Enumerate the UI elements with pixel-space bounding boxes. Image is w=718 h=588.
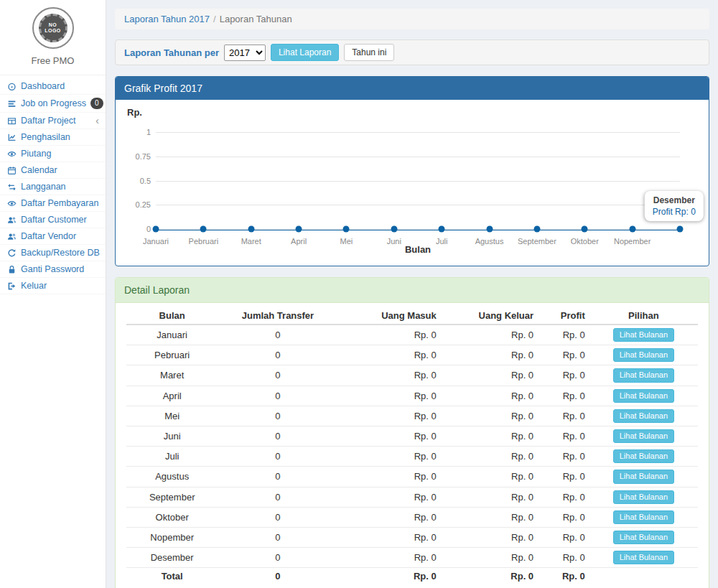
sidebar-item-daftar-vendor[interactable]: Daftar Vendor [0,228,106,244]
cell-uang-keluar: Rp. 0 [441,487,538,507]
cell-jumlah-transfer: 0 [218,467,337,487]
total-keluar: Rp. 0 [441,568,538,585]
cell-profit: Rp. 0 [538,406,589,426]
x-axis-title: Bulan [156,244,680,255]
sidebar-item-backup-restore-db[interactable]: Backup/Restore DB [0,245,106,261]
cell-profit: Rp. 0 [538,325,589,345]
gridline [156,157,680,157]
table-row: Juni0Rp. 0Rp. 0Rp. 0Lihat Bulanan [126,426,698,446]
cell-uang-masuk: Rp. 0 [338,406,441,426]
cell-pilihan: Lihat Bulanan [589,487,698,507]
lihat-bulanan-button[interactable]: Lihat Bulanan [613,470,674,483]
cell-bulan: Juni [126,426,218,446]
sidebar-item-label: Daftar Customer [21,215,87,225]
sidebar-item-daftar-project[interactable]: Daftar Project‹ [0,113,106,129]
data-point-maret[interactable] [248,226,254,233]
cell-profit: Rp. 0 [538,548,589,568]
sidebar-item-daftar-pembayaran[interactable]: Daftar Pembayaran [0,195,106,211]
data-point-mei[interactable] [343,226,350,233]
cell-jumlah-transfer: 0 [218,426,337,446]
lihat-bulanan-button[interactable]: Lihat Bulanan [613,510,674,524]
data-point-juni[interactable] [391,226,397,233]
sidebar-item-label: Penghasilan [21,132,70,142]
cell-bulan: Maret [126,365,218,386]
cell-bulan: Desember [126,548,218,568]
data-point-pebruari[interactable] [200,226,207,233]
lihat-bulanan-button[interactable]: Lihat Bulanan [613,429,674,443]
lihat-bulanan-button[interactable]: Lihat Bulanan [613,409,674,423]
cell-bulan: Mei [126,406,218,426]
sidebar-item-label: Ganti Password [21,264,84,274]
sidebar-item-keluar[interactable]: Keluar [0,278,106,294]
cell-jumlah-transfer: 0 [218,447,337,467]
cell-uang-keluar: Rp. 0 [441,386,538,406]
sidebar-item-label: Daftar Pembayaran [21,198,98,208]
eye-icon [6,199,17,208]
sidebar-item-job-on-progress[interactable]: Job on Progress0 [0,95,106,112]
main-content: Laporan Tahun 2017/Laporan Tahunan Lapor… [106,0,718,588]
table-row: Pebruari0Rp. 0Rp. 0Rp. 0Lihat Bulanan [126,345,698,365]
sidebar-item-piutang[interactable]: Piutang [0,146,106,162]
total-masuk: Rp. 0 [338,568,441,585]
profit-chart: Rp. Desember Profit Rp: 0 10.750.50.250J… [116,100,709,266]
data-point-juli[interactable] [439,226,445,233]
lihat-laporan-button[interactable]: Lihat Laporan [271,44,339,61]
filter-label: Laporan Tahunan per [124,47,219,58]
column-header: Pilihan [589,307,698,325]
breadcrumb-link[interactable]: Laporan Tahun 2017 [124,14,210,24]
table-row: Agustus0Rp. 0Rp. 0Rp. 0Lihat Bulanan [126,467,698,487]
sidebar-item-calendar[interactable]: Calendar [0,162,106,178]
line-chart-icon [6,133,17,142]
data-point-januari[interactable] [153,226,159,233]
y-axis-tick: 0.25 [127,200,151,209]
lihat-bulanan-button[interactable]: Lihat Bulanan [613,490,674,504]
sidebar-item-ganti-password[interactable]: Ganti Password [0,261,106,277]
sidebar-item-penghasilan[interactable]: Penghasilan [0,129,106,145]
lihat-bulanan-button[interactable]: Lihat Bulanan [613,368,674,382]
data-point-desember[interactable] [677,226,684,233]
sidebar-nav: DashboardJob on Progress0Daftar Project‹… [0,75,106,294]
cell-uang-keluar: Rp. 0 [441,325,538,345]
total-jumlah: 0 [218,568,337,585]
sidebar-item-label: Dashboard [21,81,65,91]
lihat-bulanan-button[interactable]: Lihat Bulanan [613,449,674,463]
lihat-bulanan-button[interactable]: Lihat Bulanan [613,389,674,403]
lihat-bulanan-button[interactable]: Lihat Bulanan [613,348,674,362]
sidebar-item-label: Calendar [21,165,57,175]
data-point-nopember[interactable] [629,226,635,233]
lihat-bulanan-button[interactable]: Lihat Bulanan [613,328,674,342]
cell-bulan: Nopember [126,527,218,547]
sidebar-item-daftar-customer[interactable]: Daftar Customer [0,212,106,228]
cell-uang-keluar: Rp. 0 [441,426,538,446]
tahun-ini-button[interactable]: Tahun ini [344,44,394,61]
table-row: Januari0Rp. 0Rp. 0Rp. 0Lihat Bulanan [126,325,698,345]
column-header: Jumlah Transfer [218,307,337,325]
y-axis-tick: 1 [127,128,151,136]
cell-jumlah-transfer: 0 [218,507,337,527]
lihat-bulanan-button[interactable]: Lihat Bulanan [613,551,674,564]
cell-uang-masuk: Rp. 0 [338,548,441,568]
data-point-september[interactable] [533,226,540,233]
cell-uang-keluar: Rp. 0 [441,548,538,568]
chart-grid: Desember Profit Rp: 0 10.750.50.250Janua… [156,132,680,229]
cell-uang-masuk: Rp. 0 [338,386,441,406]
data-point-oktober[interactable] [582,226,588,233]
sidebar-item-label: Daftar Project [21,116,75,126]
cell-uang-keluar: Rp. 0 [441,527,538,547]
year-select[interactable]: 2017 [224,45,266,61]
users-icon [6,215,17,225]
cell-jumlah-transfer: 0 [218,548,337,568]
calendar-icon [6,166,17,175]
data-point-agustus[interactable] [486,226,493,233]
chart-tooltip: Desember Profit Rp: 0 [645,191,704,221]
table-row: Desember0Rp. 0Rp. 0Rp. 0Lihat Bulanan [126,548,698,568]
sidebar-item-langganan[interactable]: Langganan [0,179,106,195]
data-point-april[interactable] [296,226,302,233]
y-axis-title: Rp. [127,107,699,118]
sidebar-item-dashboard[interactable]: Dashboard [0,78,106,94]
detail-table: BulanJumlah TransferUang MasukUang Kelua… [126,307,698,584]
cell-uang-keluar: Rp. 0 [441,447,538,467]
cell-jumlah-transfer: 0 [218,386,337,406]
sidebar-item-label: Keluar [21,281,47,291]
lihat-bulanan-button[interactable]: Lihat Bulanan [613,531,674,544]
